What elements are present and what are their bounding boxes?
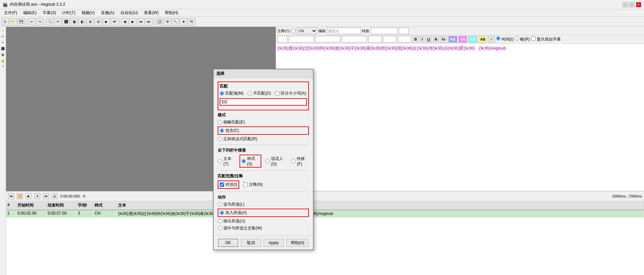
match-radio[interactable] (220, 91, 224, 96)
open-btn[interactable]: 📂 (9, 18, 17, 25)
font-btn[interactable]: fn (440, 36, 447, 43)
menu-help[interactable]: 帮助(H) (162, 9, 181, 16)
find-btn[interactable]: 🔍 (46, 18, 54, 25)
intersect-radio[interactable] (218, 226, 222, 230)
action-move-row: 移出所选(U) (218, 218, 309, 224)
redo-btn[interactable]: ↪ (36, 18, 43, 25)
tb5[interactable]: ▦ (70, 18, 78, 25)
tb19[interactable]: N (188, 18, 195, 25)
sidebar-icon-7[interactable]: ? (1, 64, 5, 69)
style-radio[interactable] (241, 159, 246, 163)
menu-subtitle[interactable]: 字幕(S) (40, 9, 59, 16)
check-btn[interactable]: ✓ (488, 36, 495, 43)
ok-button[interactable]: OK (218, 239, 238, 247)
contains-radio[interactable] (220, 128, 224, 133)
effect-radio[interactable] (291, 159, 296, 163)
case-checkbox[interactable] (275, 91, 279, 96)
underline-btn[interactable]: U (426, 36, 432, 43)
italic-btn[interactable]: I (420, 36, 424, 43)
regex-radio[interactable] (218, 137, 222, 141)
tb18[interactable]: ★ (180, 18, 187, 25)
select-radio[interactable] (218, 202, 222, 207)
ab3-btn[interactable]: AB (468, 36, 477, 43)
tb10[interactable]: ⇄ (111, 18, 118, 25)
time-radio-text: 时间(I) (502, 37, 514, 42)
audio-btn[interactable]: 🔊 (52, 193, 58, 199)
nomatch-radio[interactable] (248, 91, 252, 96)
menu-view[interactable]: 查看(W) (141, 9, 161, 16)
tb9[interactable]: ▶ (103, 18, 110, 25)
start-time[interactable]: 0:00:02.00 (289, 36, 314, 43)
tb11[interactable]: ◀ (121, 18, 128, 25)
next-btn[interactable]: ⏭ (43, 193, 49, 199)
prev-btn[interactable]: ⏪ (17, 193, 23, 199)
ab1-btn[interactable]: AB (448, 36, 457, 43)
tb16[interactable]: ⚙ (164, 18, 171, 25)
maximize-btn[interactable]: □ (629, 2, 635, 7)
add-radio[interactable] (220, 211, 224, 215)
undo-btn[interactable]: ↩ (28, 18, 35, 25)
strikeout-btn[interactable]: S (433, 36, 439, 43)
tb3[interactable]: ✏ (54, 18, 62, 25)
sidebar-icon-1[interactable]: ↕ (1, 28, 5, 33)
prev-frame-btn[interactable]: ⏮ (8, 193, 14, 199)
style-select[interactable]: CN (297, 28, 317, 34)
filter-comment-checkbox[interactable] (243, 182, 248, 187)
ab2-btn[interactable]: AB (459, 36, 467, 43)
table-row[interactable]: 1 0:00:02.00 0:00:07.00 3 CN {\k36}透{\k3… (6, 210, 644, 218)
menu-file[interactable]: 文件(F) (1, 9, 20, 16)
subtitle-text-area[interactable]: {\k36}透{\k36}过{\k36}特{\k36}效{\k36}字{\k36… (276, 44, 644, 191)
cancel-button[interactable]: 取消 (241, 239, 261, 247)
tb8[interactable]: ⊟ (95, 18, 102, 25)
margin-v[interactable]: 0 (398, 36, 411, 43)
close-btn[interactable]: ✕ (636, 2, 641, 7)
new-btn[interactable]: 🗋 (1, 18, 9, 25)
effect-number[interactable]: 19 (399, 28, 409, 34)
tb14[interactable]: ⏭ (145, 18, 153, 25)
text-radio[interactable] (218, 159, 222, 163)
margin-l[interactable]: 0 (368, 36, 382, 43)
dialogue-checkbox[interactable] (220, 182, 224, 187)
minimize-btn[interactable]: ─ (623, 2, 628, 7)
tb12[interactable]: ▶ (129, 18, 137, 25)
help-button[interactable]: 帮助(H) (286, 239, 309, 247)
save-btn[interactable]: 💾 (17, 18, 25, 25)
row-number[interactable]: 0 (277, 36, 287, 43)
time-radio[interactable] (496, 36, 500, 41)
tb15[interactable]: 🔤 (156, 18, 163, 25)
actor-input[interactable] (327, 28, 361, 34)
tb13[interactable]: ⏮ (137, 18, 145, 25)
time-display: 0:00:00.000 - 0 (60, 194, 85, 198)
margin-r[interactable]: 0 (383, 36, 396, 43)
frame-radio[interactable] (515, 36, 519, 41)
sidebar-icon-3[interactable]: ✂ (1, 40, 5, 45)
menu-audio[interactable]: 音频(A) (98, 9, 117, 16)
apply-button[interactable]: Apply (264, 239, 284, 247)
sidebar-icon-4[interactable]: ⬛ (1, 46, 5, 51)
end-time[interactable]: 0:00:07.00 (315, 36, 340, 43)
tb4[interactable]: ⬛ (62, 18, 70, 25)
original-checkbox[interactable] (531, 36, 536, 41)
tb17[interactable]: 🔧 (172, 18, 179, 25)
sidebar-icon-6[interactable]: 🔒 (1, 58, 5, 63)
menu-timing[interactable]: 计时(T) (59, 9, 78, 16)
search-input[interactable] (220, 98, 307, 106)
menu-edit[interactable]: 编辑(E) (20, 9, 39, 16)
menu-video[interactable]: 视频(V) (79, 9, 98, 16)
actor-radio[interactable] (265, 159, 270, 163)
tb6[interactable]: ◧ (78, 18, 86, 25)
menu-automate[interactable]: 自动化(U) (118, 9, 141, 16)
bold-btn[interactable]: B (413, 36, 419, 43)
comment-checkbox[interactable] (291, 29, 296, 33)
move-radio[interactable] (218, 219, 222, 223)
select-radio-label: 设为所选(L) (218, 202, 309, 207)
tb7[interactable]: ⊞ (87, 18, 94, 25)
play-btn[interactable]: ▶ (25, 193, 32, 199)
fuzzy-radio[interactable] (218, 120, 222, 124)
pause-btn[interactable]: ⏸ (34, 193, 40, 199)
ab4-btn[interactable]: AB (478, 36, 487, 43)
effect-input[interactable] (371, 28, 397, 34)
sidebar-icon-5[interactable]: ▦ (1, 52, 5, 57)
duration-time[interactable]: 0:00:05.00 (342, 36, 367, 43)
sidebar-icon-2[interactable]: ✏ (1, 34, 5, 39)
